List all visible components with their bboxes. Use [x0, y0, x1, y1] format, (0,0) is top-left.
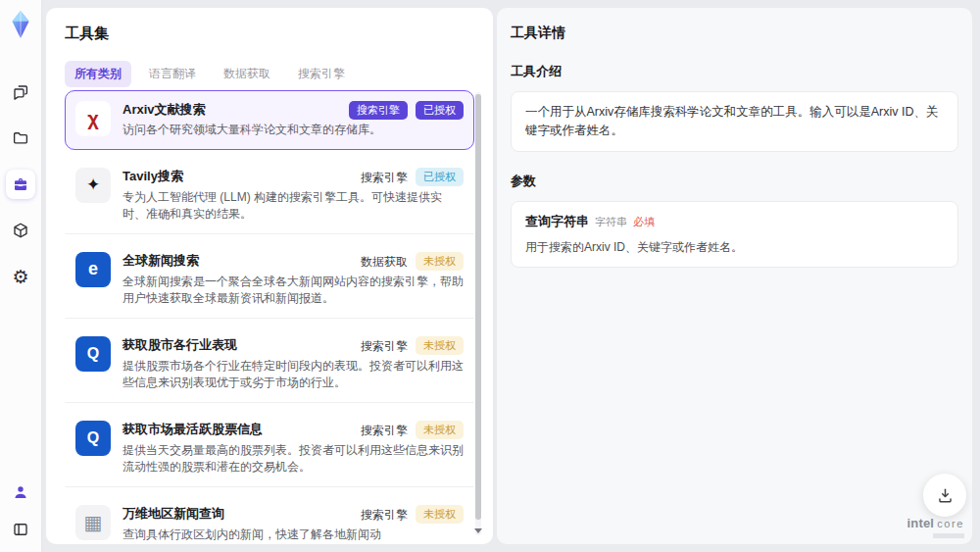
chat-icon[interactable]	[6, 77, 35, 107]
tavily-logo-icon: ✦	[75, 168, 111, 203]
status-badge: 已授权	[416, 101, 464, 120]
tool-list-item[interactable]: ✦ Tavily搜索 搜索引擎 已授权 专为人工智能代理 (LLM) 构建的搜索…	[65, 157, 474, 234]
folder-icon[interactable]	[6, 124, 35, 153]
tool-title-row: Tavily搜索 搜索引擎 已授权	[122, 168, 464, 187]
tool-list-item[interactable]: Q 获取股市各行业表现 搜索引擎 未授权 提供股票市场各个行业在特定时间段内的表…	[65, 326, 474, 403]
tool-body: Tavily搜索 搜索引擎 已授权 专为人工智能代理 (LLM) 构建的搜索引擎…	[122, 168, 464, 224]
param-description: 用于搜索的Arxiv ID、关键字或作者姓名。	[525, 239, 944, 256]
tool-body: 获取股市各行业表现 搜索引擎 未授权 提供股票市场各个行业在特定时间段内的表现。…	[122, 336, 464, 392]
tool-list: χ Arxiv文献搜索 搜索引擎 已授权 访问各个研究领域大量科学论文和文章的存…	[65, 90, 474, 544]
tool-title-row: Arxiv文献搜索 搜索引擎 已授权	[122, 101, 464, 120]
tool-description: 访问各个研究领域大量科学论文和文章的存储库。	[122, 122, 464, 139]
cube-icon[interactable]	[6, 216, 35, 245]
tool-title-row: 全球新闻搜索 数据获取 未授权	[122, 252, 464, 272]
page-title: 工具集	[65, 25, 493, 43]
tool-title: Tavily搜索	[122, 168, 183, 185]
category-tag: 搜索引擎	[361, 336, 408, 356]
tool-tags: 搜索引擎 已授权	[361, 168, 464, 187]
status-badge: 未授权	[416, 252, 464, 271]
regional-news-logo-icon: ▦	[75, 505, 111, 540]
tool-tags: 搜索引擎 已授权	[349, 101, 464, 120]
intro-card: 一个用于从Arxiv存储库搜索科学论文和文章的工具。输入可以是Arxiv ID、…	[511, 91, 958, 152]
tool-description: 全球新闻搜索是一个聚合全球各大新闻网站内容的搜索引擎，帮助用户快速获取全球最新资…	[122, 274, 464, 308]
category-tag: 搜索引擎	[361, 168, 408, 187]
tool-body: 全球新闻搜索 数据获取 未授权 全球新闻搜索是一个聚合全球各大新闻网站内容的搜索…	[122, 252, 464, 308]
category-tab[interactable]: 数据获取	[214, 61, 280, 87]
stock-sector-logo-icon: Q	[75, 336, 111, 372]
category-tab[interactable]: 语言翻译	[139, 61, 206, 87]
tool-tags: 数据获取 未授权	[361, 252, 464, 272]
sidebar-bottom	[6, 477, 35, 544]
status-badge: 未授权	[416, 421, 464, 439]
category-tag: 搜索引擎	[349, 101, 408, 120]
intel-badge-bar	[933, 533, 964, 538]
category-tabs: 所有类别 语言翻译 数据获取 搜索引擎	[65, 61, 493, 87]
tool-description: 提供股票市场各个行业在特定时间段内的表现。投资者可以利用这些信息来识别表现优于或…	[122, 358, 464, 392]
tool-body: 万维地区新闻查询 搜索引擎 未授权 查询具体行政区划内的新闻，快速了解各地新闻动	[122, 505, 464, 544]
download-icon	[936, 486, 955, 505]
tool-title-row: 获取市场最活跃股票信息 搜索引擎 未授权	[122, 421, 464, 440]
intro-heading: 工具介绍	[511, 63, 972, 80]
collapse-panel-icon[interactable]	[6, 515, 35, 544]
tool-description: 查询具体行政区划内的新闻，快速了解各地新闻动	[122, 527, 464, 544]
sidebar: ⚙	[0, 0, 42, 552]
tool-list-item[interactable]: e 全球新闻搜索 数据获取 未授权 全球新闻搜索是一个聚合全球各大新闻网站内容的…	[65, 241, 474, 319]
tool-list-item[interactable]: ▦ 万维地区新闻查询 搜索引擎 未授权 查询具体行政区划内的新闻，快速了解各地新…	[65, 494, 474, 545]
params-heading: 参数	[511, 173, 972, 190]
param-required-badge: 必填	[633, 215, 655, 229]
tool-body: 获取市场最活跃股票信息 搜索引擎 未授权 提供当天交易量最高的股票列表。投资者可…	[122, 421, 464, 477]
tool-tags: 搜索引擎 未授权	[361, 421, 464, 440]
scrollbar-thumb[interactable]	[475, 94, 481, 520]
user-avatar-icon[interactable]	[6, 477, 35, 507]
param-type: 字符串	[595, 215, 627, 229]
tool-detail-panel: 工具详情 工具介绍 一个用于从Arxiv存储库搜索科学论文和文章的工具。输入可以…	[497, 8, 972, 544]
tool-tags: 搜索引擎 未授权	[361, 336, 464, 356]
category-tag: 搜索引擎	[361, 421, 408, 440]
tool-title: 全球新闻搜索	[122, 252, 199, 270]
tool-title: 万维地区新闻查询	[122, 505, 224, 523]
intel-core-logo: intelcore	[906, 514, 964, 538]
tool-title-row: 获取股市各行业表现 搜索引擎 未授权	[122, 336, 464, 356]
app-logo-icon	[7, 9, 34, 40]
detail-title: 工具详情	[511, 25, 972, 42]
category-tab[interactable]: 所有类别	[65, 61, 131, 87]
global-news-logo-icon: e	[75, 252, 111, 287]
settings-icon[interactable]: ⚙	[6, 262, 35, 291]
scroll-down-arrow-icon[interactable]	[474, 528, 482, 533]
status-badge: 未授权	[416, 505, 464, 524]
tool-title: Arxiv文献搜索	[122, 101, 206, 119]
tool-description: 专为人工智能代理 (LLM) 构建的搜索引擎工具。可快速提供实时、准确和真实的结…	[122, 189, 464, 224]
tool-list-item[interactable]: Q 获取市场最活跃股票信息 搜索引擎 未授权 提供当天交易量最高的股票列表。投资…	[65, 410, 474, 487]
intro-text: 一个用于从Arxiv存储库搜索科学论文和文章的工具。输入可以是Arxiv ID、…	[525, 103, 944, 140]
active-stocks-logo-icon: Q	[75, 421, 111, 456]
param-header-row: 查询字符串 字符串 必填	[525, 213, 944, 230]
tool-title: 获取市场最活跃股票信息	[122, 421, 263, 438]
category-tab[interactable]: 搜索引擎	[288, 61, 355, 87]
category-tag: 数据获取	[361, 252, 408, 272]
tool-title-row: 万维地区新闻查询 搜索引擎 未授权	[122, 505, 464, 525]
status-badge: 未授权	[416, 336, 464, 355]
category-tag: 搜索引擎	[361, 505, 408, 525]
param-card: 查询字符串 字符串 必填 用于搜索的Arxiv ID、关键字或作者姓名。	[511, 201, 958, 268]
download-button[interactable]	[923, 474, 966, 517]
param-name: 查询字符串	[525, 213, 589, 230]
sidebar-nav: ⚙	[6, 77, 35, 291]
tool-description: 提供当天交易量最高的股票列表。投资者可以利用这些信息来识别流动性强的股票和潜在的…	[122, 442, 464, 477]
tool-body: Arxiv文献搜索 搜索引擎 已授权 访问各个研究领域大量科学论文和文章的存储库…	[122, 101, 464, 139]
app-window: ⚙ 工具集 所有类别 语言翻译	[0, 0, 980, 552]
tool-list-item[interactable]: χ Arxiv文献搜索 搜索引擎 已授权 访问各个研究领域大量科学论文和文章的存…	[65, 90, 474, 150]
tool-tags: 搜索引擎 未授权	[361, 505, 464, 525]
arxiv-logo-icon: χ	[75, 101, 111, 136]
status-badge: 已授权	[416, 168, 464, 186]
tool-title: 获取股市各行业表现	[122, 336, 237, 354]
toolbox-icon[interactable]	[6, 170, 35, 199]
scrollbar-track[interactable]	[475, 92, 481, 535]
tool-list-panel: 工具集 所有类别 语言翻译 数据获取 搜索引擎 χ Arxiv文献搜索	[46, 8, 493, 544]
